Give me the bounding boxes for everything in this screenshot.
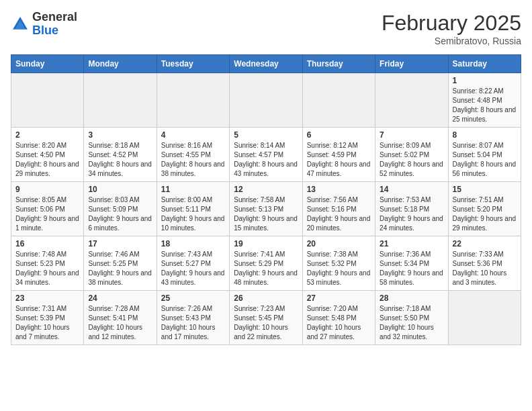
calendar-cell: 20Sunrise: 7:38 AM Sunset: 5:32 PM Dayli… — [302, 236, 375, 291]
day-info: Sunrise: 7:38 AM Sunset: 5:32 PM Dayligh… — [307, 250, 371, 287]
day-number: 1 — [453, 76, 517, 85]
weekday-header-tuesday: Tuesday — [157, 55, 229, 73]
logo-icon — [11, 15, 30, 34]
day-number: 20 — [307, 239, 371, 248]
day-number: 8 — [453, 130, 517, 140]
weekday-header-monday: Monday — [84, 55, 157, 73]
weekday-header-saturday: Saturday — [448, 55, 521, 73]
calendar-cell: 10Sunrise: 8:03 AM Sunset: 5:09 PM Dayli… — [84, 182, 157, 236]
day-number: 23 — [15, 293, 79, 303]
day-info: Sunrise: 7:46 AM Sunset: 5:25 PM Dayligh… — [88, 250, 152, 287]
calendar-cell: 13Sunrise: 7:56 AM Sunset: 5:16 PM Dayli… — [302, 182, 375, 236]
day-info: Sunrise: 7:53 AM Sunset: 5:18 PM Dayligh… — [380, 195, 443, 233]
day-number: 26 — [234, 293, 298, 303]
day-info: Sunrise: 8:03 AM Sunset: 5:09 PM Dayligh… — [88, 195, 152, 233]
day-info: Sunrise: 8:00 AM Sunset: 5:11 PM Dayligh… — [161, 195, 225, 233]
day-number: 14 — [380, 185, 443, 194]
day-info: Sunrise: 7:48 AM Sunset: 5:23 PM Dayligh… — [15, 250, 79, 287]
calendar-cell: 9Sunrise: 8:05 AM Sunset: 5:06 PM Daylig… — [11, 182, 84, 236]
day-info: Sunrise: 7:51 AM Sunset: 5:20 PM Dayligh… — [453, 195, 517, 233]
day-info: Sunrise: 8:16 AM Sunset: 4:55 PM Dayligh… — [161, 141, 225, 179]
month-year: February 2025 — [382, 11, 521, 36]
day-number: 2 — [15, 130, 79, 140]
calendar-cell: 11Sunrise: 8:00 AM Sunset: 5:11 PM Dayli… — [157, 182, 229, 236]
day-info: Sunrise: 7:28 AM Sunset: 5:41 PM Dayligh… — [88, 304, 152, 342]
day-number: 28 — [380, 293, 443, 303]
calendar-table: SundayMondayTuesdayWednesdayThursdayFrid… — [11, 54, 521, 345]
day-info: Sunrise: 8:18 AM Sunset: 4:52 PM Dayligh… — [88, 141, 152, 179]
title-block: February 2025 Semibratovo, Russia — [382, 11, 521, 46]
day-number: 24 — [88, 293, 152, 303]
calendar-cell: 8Sunrise: 8:07 AM Sunset: 5:04 PM Daylig… — [448, 128, 521, 182]
calendar-cell: 5Sunrise: 8:14 AM Sunset: 4:57 PM Daylig… — [230, 128, 302, 182]
calendar-cell — [448, 291, 521, 345]
calendar-cell: 23Sunrise: 7:31 AM Sunset: 5:39 PM Dayli… — [11, 291, 84, 345]
day-number: 9 — [15, 185, 79, 194]
day-info: Sunrise: 7:31 AM Sunset: 5:39 PM Dayligh… — [15, 304, 79, 342]
calendar-cell: 25Sunrise: 7:26 AM Sunset: 5:43 PM Dayli… — [157, 291, 229, 345]
calendar-cell — [375, 73, 448, 128]
weekday-header-thursday: Thursday — [302, 55, 375, 73]
calendar-cell — [11, 73, 84, 128]
day-number: 17 — [88, 239, 152, 248]
day-number: 11 — [161, 185, 225, 194]
day-info: Sunrise: 7:20 AM Sunset: 5:48 PM Dayligh… — [307, 304, 371, 342]
calendar-cell: 19Sunrise: 7:41 AM Sunset: 5:29 PM Dayli… — [230, 236, 302, 291]
day-info: Sunrise: 7:58 AM Sunset: 5:13 PM Dayligh… — [234, 195, 298, 233]
day-info: Sunrise: 8:05 AM Sunset: 5:06 PM Dayligh… — [15, 195, 79, 233]
day-number: 10 — [88, 185, 152, 194]
calendar-cell: 14Sunrise: 7:53 AM Sunset: 5:18 PM Dayli… — [375, 182, 448, 236]
calendar-cell: 4Sunrise: 8:16 AM Sunset: 4:55 PM Daylig… — [157, 128, 229, 182]
day-number: 19 — [234, 239, 298, 248]
day-info: Sunrise: 7:18 AM Sunset: 5:50 PM Dayligh… — [380, 304, 443, 342]
calendar-cell: 12Sunrise: 7:58 AM Sunset: 5:13 PM Dayli… — [230, 182, 302, 236]
day-info: Sunrise: 8:09 AM Sunset: 5:02 PM Dayligh… — [380, 141, 443, 179]
calendar-cell — [302, 73, 375, 128]
day-number: 25 — [161, 293, 225, 303]
day-info: Sunrise: 8:12 AM Sunset: 4:59 PM Dayligh… — [307, 141, 371, 179]
day-info: Sunrise: 7:41 AM Sunset: 5:29 PM Dayligh… — [234, 250, 298, 287]
calendar-cell: 26Sunrise: 7:23 AM Sunset: 5:45 PM Dayli… — [230, 291, 302, 345]
day-info: Sunrise: 7:36 AM Sunset: 5:34 PM Dayligh… — [380, 250, 443, 287]
day-number: 4 — [161, 130, 225, 140]
day-info: Sunrise: 7:33 AM Sunset: 5:36 PM Dayligh… — [453, 250, 517, 287]
weekday-header-sunday: Sunday — [11, 55, 84, 73]
location: Semibratovo, Russia — [382, 36, 521, 46]
calendar-cell: 2Sunrise: 8:20 AM Sunset: 4:50 PM Daylig… — [11, 128, 84, 182]
day-number: 27 — [307, 293, 371, 303]
day-info: Sunrise: 8:07 AM Sunset: 5:04 PM Dayligh… — [453, 141, 517, 179]
day-number: 16 — [15, 239, 79, 248]
weekday-header-friday: Friday — [375, 55, 448, 73]
calendar-cell: 18Sunrise: 7:43 AM Sunset: 5:27 PM Dayli… — [157, 236, 229, 291]
calendar-cell: 28Sunrise: 7:18 AM Sunset: 5:50 PM Dayli… — [375, 291, 448, 345]
calendar-cell: 15Sunrise: 7:51 AM Sunset: 5:20 PM Dayli… — [448, 182, 521, 236]
day-number: 21 — [380, 239, 443, 248]
day-number: 6 — [307, 130, 371, 140]
weekday-header-wednesday: Wednesday — [230, 55, 302, 73]
day-info: Sunrise: 7:26 AM Sunset: 5:43 PM Dayligh… — [161, 304, 225, 342]
calendar-cell: 17Sunrise: 7:46 AM Sunset: 5:25 PM Dayli… — [84, 236, 157, 291]
calendar-cell: 7Sunrise: 8:09 AM Sunset: 5:02 PM Daylig… — [375, 128, 448, 182]
day-number: 12 — [234, 185, 298, 194]
day-info: Sunrise: 8:20 AM Sunset: 4:50 PM Dayligh… — [15, 141, 79, 179]
calendar-cell: 21Sunrise: 7:36 AM Sunset: 5:34 PM Dayli… — [375, 236, 448, 291]
calendar-cell: 22Sunrise: 7:33 AM Sunset: 5:36 PM Dayli… — [448, 236, 521, 291]
calendar-cell — [230, 73, 302, 128]
calendar-cell: 16Sunrise: 7:48 AM Sunset: 5:23 PM Dayli… — [11, 236, 84, 291]
calendar-cell — [157, 73, 229, 128]
day-number: 13 — [307, 185, 371, 194]
day-number: 18 — [161, 239, 225, 248]
day-info: Sunrise: 8:22 AM Sunset: 4:48 PM Dayligh… — [453, 87, 517, 124]
calendar-cell: 6Sunrise: 8:12 AM Sunset: 4:59 PM Daylig… — [302, 128, 375, 182]
calendar-cell — [84, 73, 157, 128]
day-number: 7 — [380, 130, 443, 140]
day-number: 3 — [88, 130, 152, 140]
day-info: Sunrise: 7:23 AM Sunset: 5:45 PM Dayligh… — [234, 304, 298, 342]
logo-text: General Blue — [32, 11, 77, 38]
day-info: Sunrise: 7:43 AM Sunset: 5:27 PM Dayligh… — [161, 250, 225, 287]
day-info: Sunrise: 7:56 AM Sunset: 5:16 PM Dayligh… — [307, 195, 371, 233]
day-number: 22 — [453, 239, 517, 248]
day-info: Sunrise: 8:14 AM Sunset: 4:57 PM Dayligh… — [234, 141, 298, 179]
calendar-cell: 27Sunrise: 7:20 AM Sunset: 5:48 PM Dayli… — [302, 291, 375, 345]
logo: General Blue — [11, 11, 77, 38]
